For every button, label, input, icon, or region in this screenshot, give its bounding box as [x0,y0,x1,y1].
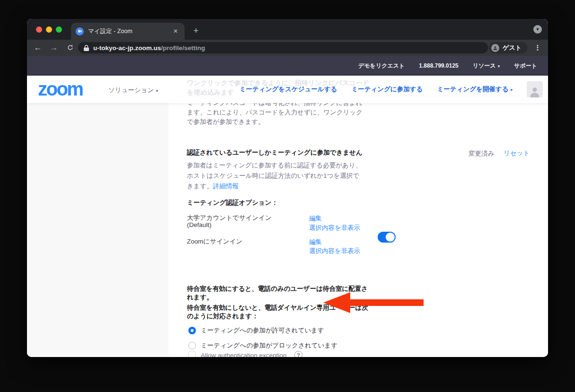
join-meeting-link[interactable]: ミーティングに参加する [351,85,423,94]
support-link[interactable]: サポート [514,62,537,70]
phone-number[interactable]: 1.888.799.0125 [419,62,458,69]
window-zoom-button[interactable] [56,26,62,33]
chevron-down-icon: ▾ [498,64,500,69]
auth-desc-line3: きます。詳細情報 [187,182,239,191]
browser-window: マイ設定 - Zoom ✕ + ▼ ← → u-tokyo-ac-jp.zoom… [27,19,548,357]
request-demo-link[interactable]: デモをリクエスト [358,62,405,70]
auth-option-default-tag: (Default) [187,221,212,228]
chevron-down-icon: ▾ [156,88,158,93]
profile-chip[interactable]: ゲスト [489,42,527,53]
zoom-favicon-icon [76,27,84,35]
window-minimize-button[interactable] [46,26,52,33]
hide-selection-link[interactable]: 選択内容を非表示 [309,224,360,232]
edit-link[interactable]: 編集 [309,214,322,223]
guest-label: ゲスト [503,44,522,52]
red-arrow-annotation [322,291,425,316]
profile-avatar-icon [491,44,499,52]
auth-exception-label: Allow authentication exception [201,351,287,357]
site-header: ワンクリックで参加できるように、招待リンクにパスコード を埋め込みます zoom… [27,76,548,103]
reset-link[interactable]: リセット [504,149,530,157]
browser-tabstrip: マイ設定 - Zoom ✕ + ▼ [27,19,548,40]
chevron-down-icon: ▾ [510,87,513,92]
host-meeting-menu[interactable]: ミーティングを開催する▾ [437,85,513,94]
waiting-room-para1-line2: れます。 [187,293,213,302]
settings-sidebar [27,103,168,357]
back-icon[interactable]: ← [32,42,44,54]
auth-option-name: Zoomにサインイン [187,237,242,246]
auth-desc-line2: ホストはスケジュール時に認証方法のいずれか1つを選択で [187,171,359,181]
auth-exception-checkbox[interactable] [188,351,196,357]
browser-tab[interactable]: マイ設定 - Zoom ✕ [71,23,185,40]
reload-icon[interactable] [64,42,76,54]
browser-toolbar: ← → u-tokyo-ac-jp.zoom.us/profile/settin… [27,40,548,56]
header-nav: ミーティングをスケジュールする ミーティングに参加する ミーティングを開催する▾ [239,76,543,103]
passcode-desc-line2: で参加者が参加できます。 [187,117,265,127]
lock-icon[interactable] [84,45,89,51]
radio-allow-join[interactable] [188,327,196,334]
address-bar[interactable]: u-tokyo-ac-jp.zoom.us/profile/setting [78,42,488,53]
waiting-room-para2-line2: のように対応されます： [187,312,258,321]
edit-link[interactable]: 編集 [309,238,322,246]
auth-options-heading: ミーティング認証オプション： [187,199,278,207]
tab-close-icon[interactable]: ✕ [171,27,180,35]
tab-search-icon[interactable]: ▼ [533,25,542,34]
auth-setting-title: 認証されているユーザーしかミーティングに参加できません [187,148,363,157]
radio-block-join[interactable] [188,342,196,349]
passcode-desc-line1: ます。これにより、パスコードを入力せずに、ワンクリック [187,108,363,117]
tab-title: マイ設定 - Zoom [88,27,171,35]
auth-setting-toggle[interactable] [378,232,396,243]
resources-menu[interactable]: リソース▾ [473,62,500,70]
settings-content: ミーティングパスコードは暗号化され、招待リンクに含まれ ます。これにより、パスコ… [27,103,548,357]
learn-more-link[interactable]: 詳細情報 [213,183,239,190]
url-domain: u-tokyo-ac-jp.zoom.us [93,44,161,52]
auth-desc-line1: 参加者はミーティングに参加する前に認証する必要があり、 [187,161,362,170]
radio-allow-label: ミーティングへの参加が許可されています [201,326,324,335]
modified-badge: 変更済み [469,149,494,158]
schedule-meeting-link[interactable]: ミーティングをスケジュールする [239,85,337,94]
zoom-logo[interactable]: zoom [38,78,82,100]
window-close-button[interactable] [36,26,42,33]
help-icon[interactable]: ? [294,351,302,357]
account-avatar[interactable] [527,81,543,97]
radio-block-label: ミーティングへの参加がブロックされています [201,341,337,350]
url-path: /profile/setting [161,44,205,52]
hide-selection-link[interactable]: 選択内容を非表示 [309,247,360,255]
forward-icon[interactable]: → [48,42,60,54]
new-tab-button[interactable]: + [190,25,202,37]
solutions-menu[interactable]: ソリューション▾ [108,86,158,95]
site-topbar: デモをリクエスト 1.888.799.0125 リソース▾ サポート [27,56,548,76]
browser-menu-icon[interactable]: ⋮ [533,42,542,53]
